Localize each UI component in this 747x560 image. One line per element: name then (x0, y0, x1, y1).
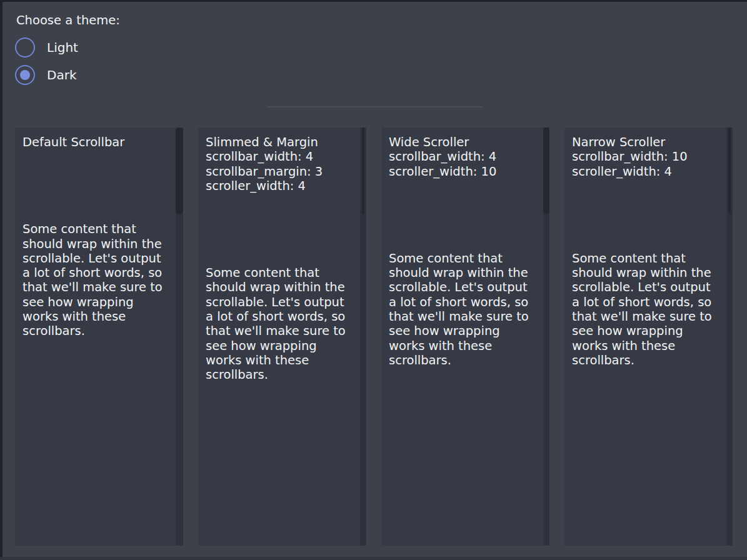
panel-content: Default Scrollbar Some content that shou… (15, 128, 183, 339)
panel-body-text: Some content that should wrap within the… (572, 251, 718, 368)
panel-narrow-scroller[interactable]: Narrow Scroller scrollbar_width: 10 scro… (564, 128, 733, 546)
panel-content: Narrow Scroller scrollbar_width: 10 scro… (564, 128, 733, 368)
panel-property-line: scrollbar_width: 4 (206, 149, 357, 164)
panel-property-line: scrollbar_width: 10 (572, 149, 723, 164)
radio-dot-icon (20, 70, 30, 80)
panel-title-line: Default Scrollbar (23, 135, 174, 149)
divider (267, 106, 483, 108)
panel-body-text: Some content that should wrap within the… (389, 251, 535, 368)
scrollbar-thumb[interactable] (728, 128, 731, 214)
radio-option-light[interactable]: Light (15, 38, 78, 58)
panel-property-line: scroller_width: 10 (389, 164, 540, 179)
panel-wide-scroller[interactable]: Wide Scroller scrollbar_width: 4 scrolle… (381, 128, 549, 546)
window-bottom-edge (0, 557, 747, 560)
panel-title-line: Wide Scroller (389, 135, 540, 149)
panel-body-text: Some content that should wrap within the… (206, 266, 352, 382)
theme-chooser-label: Choose a theme: (16, 13, 120, 28)
panel-content: Slimmed & Margin scrollbar_width: 4 scro… (198, 128, 366, 382)
window-top-edge (0, 0, 747, 2)
window-left-edge (0, 0, 3, 560)
scrollbar-thumb[interactable] (176, 128, 183, 214)
panel-body-text: Some content that should wrap within the… (23, 222, 169, 338)
panel-title: Default Scrollbar (23, 135, 174, 149)
panel-property-line: scrollbar_margin: 3 (206, 164, 357, 179)
scrollbar-thumb[interactable] (543, 128, 549, 214)
panel-title: Slimmed & Margin scrollbar_width: 4 scro… (206, 135, 357, 193)
radio-option-light-label: Light (47, 38, 78, 58)
radio-selected-icon[interactable] (15, 65, 35, 85)
panel-title-line: Narrow Scroller (572, 135, 723, 149)
panel-property-line: scroller_width: 4 (572, 164, 723, 179)
panel-content: Wide Scroller scrollbar_width: 4 scrolle… (381, 128, 549, 368)
panel-property-line: scroller_width: 4 (206, 179, 357, 193)
panel-slimmed-margin[interactable]: Slimmed & Margin scrollbar_width: 4 scro… (198, 128, 366, 546)
panels-row: Default Scrollbar Some content that shou… (15, 128, 733, 546)
radio-option-dark[interactable]: Dark (15, 65, 76, 85)
scrollbar-thumb[interactable] (362, 128, 364, 214)
panel-title: Wide Scroller scrollbar_width: 4 scrolle… (389, 135, 540, 179)
panel-title: Narrow Scroller scrollbar_width: 10 scro… (572, 135, 723, 179)
radio-unselected-icon[interactable] (15, 38, 35, 58)
panel-default-scrollbar[interactable]: Default Scrollbar Some content that shou… (15, 128, 183, 546)
panel-title-line: Slimmed & Margin (206, 135, 357, 149)
radio-option-dark-label: Dark (47, 65, 76, 85)
panel-property-line: scrollbar_width: 4 (389, 149, 540, 164)
